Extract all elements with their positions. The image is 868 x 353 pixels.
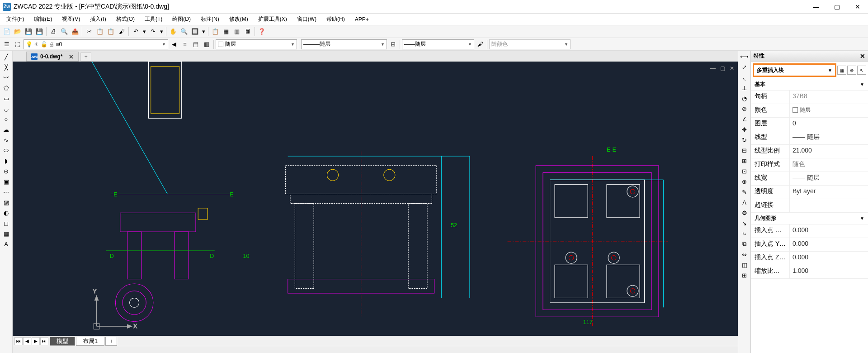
dim-radius-icon[interactable]: ◔ <box>740 93 750 103</box>
quickselect-icon[interactable]: ▦ <box>837 66 846 75</box>
pline-icon[interactable]: 〰 <box>1 72 11 82</box>
ellipsearc-icon[interactable]: ◗ <box>1 156 11 166</box>
menu-modify[interactable]: 修改(M) <box>226 14 252 24</box>
revcloud-icon[interactable]: ☁ <box>1 124 11 134</box>
layer-combo[interactable]: 💡 ☀ 🔓 🖨 ■ 0 ▼ <box>24 39 168 49</box>
copy-icon[interactable]: 📋 <box>95 27 105 37</box>
menu-express[interactable]: 扩展工具(X) <box>255 14 291 24</box>
scrollbar-horizontal[interactable] <box>13 346 738 353</box>
dim-arc-icon[interactable]: ◟ <box>740 72 750 82</box>
maximize-button[interactable]: ▢ <box>826 0 847 14</box>
hatch-icon[interactable]: ▨ <box>1 197 11 207</box>
tab-next-icon[interactable]: ▶ <box>32 337 40 345</box>
select-objects-icon[interactable]: ↖ <box>857 66 866 75</box>
tab-prev-icon[interactable]: ◀ <box>23 337 31 345</box>
tab-last-icon[interactable]: ⏭ <box>40 337 48 345</box>
calc-icon[interactable]: 🖩 <box>243 27 253 37</box>
menu-app[interactable]: APP+ <box>351 15 373 24</box>
prop-ltscale[interactable]: 线型比例21.000 <box>751 145 868 158</box>
properties-icon[interactable]: 📋 <box>210 27 220 37</box>
region-icon[interactable]: ◻ <box>1 218 11 228</box>
redo-dropdown-icon[interactable]: ▾ <box>159 27 164 37</box>
layer-uniso-icon[interactable]: ▥ <box>202 39 212 49</box>
undo-icon[interactable]: ↶ <box>131 27 141 37</box>
tolerance-icon[interactable]: ⊡ <box>740 166 750 176</box>
layer-iso-icon[interactable]: ▤ <box>191 39 201 49</box>
menu-help[interactable]: 帮助(H) <box>323 14 349 24</box>
menu-file[interactable]: 文件(F) <box>3 14 28 24</box>
circle-icon[interactable]: ○ <box>1 114 11 124</box>
close-button[interactable]: ✕ <box>847 0 868 14</box>
paste-icon[interactable]: 📋 <box>106 27 116 37</box>
linetype-manager-icon[interactable]: ⊞ <box>388 39 398 49</box>
mleader-icon[interactable]: ⤷ <box>740 229 750 239</box>
drawing-canvas[interactable]: — ▢ ✕ D D <box>13 62 738 336</box>
saveas-icon[interactable]: 💾 <box>34 27 44 37</box>
lineweight-combo[interactable]: —— 随层 ▼ <box>402 39 474 49</box>
minimize-button[interactable]: — <box>806 0 826 14</box>
point-icon[interactable]: ⋯ <box>1 187 11 197</box>
toolpalette-icon[interactable]: ▥ <box>232 27 242 37</box>
prop-lineweight[interactable]: 线宽—— 随层 <box>751 172 868 186</box>
zoom-icon[interactable]: 🔍 <box>179 27 189 37</box>
zoom-window-icon[interactable]: 🔲 <box>190 27 200 37</box>
linetype-combo[interactable]: ——— 随层 ▼ <box>301 39 387 49</box>
menu-format[interactable]: 格式(O) <box>113 14 138 24</box>
prop-scale-x[interactable]: 缩放比例 X1.000 <box>751 265 868 279</box>
menu-window[interactable]: 窗口(W) <box>293 14 320 24</box>
publish-icon[interactable]: 📤 <box>70 27 80 37</box>
properties-close-icon[interactable]: ✕ <box>860 52 865 60</box>
prop-insert-x[interactable]: 插入点 X ...0.000 <box>751 224 868 238</box>
zoom-dropdown-icon[interactable]: ▾ <box>201 27 206 37</box>
undo-dropdown-icon[interactable]: ▾ <box>142 27 147 37</box>
section-geometry[interactable]: 几何图形▼ <box>751 213 868 224</box>
offset-tool-icon[interactable]: ◫ <box>740 260 750 270</box>
dim-ordinate-icon[interactable]: ⊥ <box>740 83 750 93</box>
plotstyle-combo[interactable]: 随颜色 ▼ <box>489 39 571 49</box>
layer-previous-icon[interactable]: ◀ <box>169 39 179 49</box>
open-icon[interactable]: 📂 <box>13 27 23 37</box>
print-icon[interactable]: 🖨 <box>48 27 58 37</box>
polygon-icon[interactable]: ⬠ <box>1 83 11 93</box>
menu-draw[interactable]: 绘图(D) <box>169 14 194 24</box>
break-icon[interactable]: ⊟ <box>740 145 750 155</box>
prop-linetype[interactable]: 线型—— 随层 <box>751 131 868 145</box>
dimtedit-icon[interactable]: A <box>740 197 750 207</box>
table-icon[interactable]: ▦ <box>1 229 11 239</box>
prop-layer[interactable]: 图层0 <box>751 118 868 131</box>
copy-tool-icon[interactable]: ⧉ <box>740 239 750 249</box>
color-combo[interactable]: 随层 ▼ <box>216 39 297 49</box>
menu-edit[interactable]: 编辑(E) <box>30 14 56 24</box>
layer-states-icon[interactable]: ⬚ <box>13 39 23 49</box>
menu-tools[interactable]: 工具(T) <box>141 14 166 24</box>
tab-model[interactable]: 模型 <box>50 337 75 346</box>
tab-layout1[interactable]: 布局1 <box>76 337 104 346</box>
menu-insert[interactable]: 插入(I) <box>86 14 109 24</box>
insert-icon[interactable]: ⊕ <box>1 166 11 176</box>
new-tab-button[interactable]: + <box>80 52 91 62</box>
paint-icon[interactable]: 🖌 <box>475 39 485 49</box>
rectangle-icon[interactable]: ▭ <box>1 93 11 103</box>
help-icon[interactable]: ❓ <box>257 27 267 37</box>
tab-first-icon[interactable]: ⏮ <box>14 337 23 345</box>
prop-insert-y[interactable]: 插入点 Y ...0.000 <box>751 238 868 252</box>
prop-hyperlink[interactable]: 超链接 <box>751 199 868 213</box>
prop-color[interactable]: 颜色随层 <box>751 104 868 118</box>
print-preview-icon[interactable]: 🔍 <box>59 27 69 37</box>
selection-type-combo[interactable]: 多重插入块 ▼ <box>753 63 836 77</box>
centermark-icon[interactable]: ⊕ <box>740 176 750 186</box>
join-icon[interactable]: ⊞ <box>740 156 750 166</box>
block-icon[interactable]: ▣ <box>1 176 11 186</box>
doc-tab-active[interactable]: DWG 0-0.dwg* ✕ <box>26 52 79 62</box>
dimedit-icon[interactable]: ✎ <box>740 187 750 197</box>
menu-view[interactable]: 视图(V) <box>58 14 84 24</box>
array-tool-icon[interactable]: ⊞ <box>740 270 750 280</box>
mtext-icon[interactable]: A <box>1 239 11 249</box>
pan-icon[interactable]: ✋ <box>168 27 178 37</box>
prop-transparency[interactable]: 透明度ByLayer <box>751 186 868 199</box>
leader-icon[interactable]: ↘ <box>740 218 750 228</box>
ellipse-icon[interactable]: ⬭ <box>1 145 11 155</box>
new-icon[interactable]: 📄 <box>2 27 12 37</box>
xline-icon[interactable]: ╳ <box>1 62 11 72</box>
tab-add[interactable]: + <box>105 337 117 346</box>
